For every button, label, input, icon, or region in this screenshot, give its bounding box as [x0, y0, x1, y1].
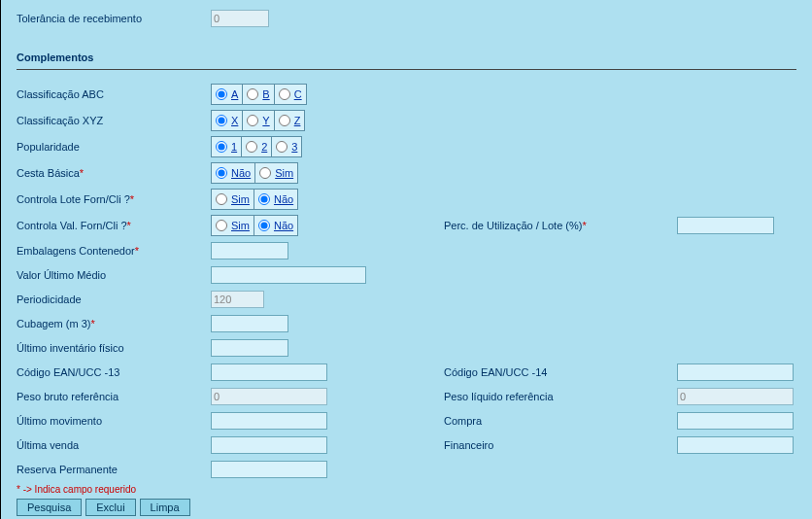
popularidade-label: Popularidade	[17, 141, 211, 153]
classif-abc-opt-a-label[interactable]: A	[231, 88, 238, 100]
peso-bruto-input[interactable]	[211, 388, 327, 405]
financeiro-input[interactable]	[677, 436, 794, 454]
perc-utilizacao-input[interactable]	[677, 217, 774, 234]
controla-val-group[interactable]: Sim Não	[211, 215, 298, 236]
controla-val-opt-nao-label[interactable]: Não	[274, 220, 293, 231]
classif-xyz-group[interactable]: X Y Z	[211, 110, 305, 131]
valor-ultimo-input[interactable]	[211, 266, 366, 284]
controla-lote-opt-nao[interactable]	[258, 193, 270, 205]
cesta-basica-label: Cesta Básica	[17, 167, 80, 179]
controla-lote-label: Controla Lote Forn/Cli ?	[17, 193, 130, 205]
required-marker: *	[80, 167, 84, 179]
classif-abc-opt-a[interactable]	[216, 88, 227, 100]
classif-xyz-opt-x[interactable]	[216, 115, 227, 126]
classif-abc-opt-b[interactable]	[247, 88, 258, 100]
ultima-venda-label: Última venda	[17, 439, 211, 451]
cesta-basica-opt-sim[interactable]	[259, 167, 271, 179]
classif-xyz-opt-y-label[interactable]: Y	[262, 115, 269, 126]
perc-utilizacao-label: Perc. de Utilização / Lote (%)	[444, 220, 582, 231]
ean13-label: Código EAN/UCC -13	[17, 366, 211, 378]
embalagens-label: Embalagens Contenedor	[17, 245, 135, 257]
divider	[17, 69, 796, 70]
required-marker: *	[130, 193, 134, 205]
exclui-button[interactable]: Exclui	[85, 499, 135, 516]
peso-liquido-input[interactable]	[677, 388, 794, 405]
required-note: * -> Indica campo requerido	[17, 484, 796, 495]
reserva-label: Reserva Permanente	[17, 464, 211, 475]
valor-ultimo-label: Valor Último Médio	[17, 269, 211, 281]
popularidade-opt-1[interactable]	[216, 141, 227, 153]
controla-lote-group[interactable]: Sim Não	[211, 189, 298, 210]
reserva-input[interactable]	[211, 461, 327, 478]
required-marker: *	[90, 318, 94, 329]
popularidade-opt-1-label[interactable]: 1	[231, 141, 237, 153]
classif-xyz-opt-z[interactable]	[279, 115, 290, 126]
popularidade-opt-3-label[interactable]: 3	[291, 141, 297, 153]
tolerancia-input[interactable]	[211, 10, 269, 27]
ultimo-inv-label: Último inventário físico	[17, 342, 211, 354]
ultima-venda-input[interactable]	[211, 436, 327, 454]
classif-abc-opt-c-label[interactable]: C	[294, 88, 302, 100]
compra-input[interactable]	[677, 412, 794, 430]
controla-val-opt-sim-label[interactable]: Sim	[231, 220, 250, 231]
controla-lote-opt-sim[interactable]	[216, 193, 227, 205]
classif-abc-opt-c[interactable]	[279, 88, 290, 100]
cubagem-label: Cubagem (m 3)	[17, 318, 90, 329]
ean14-label: Código EAN/UCC -14	[444, 366, 677, 378]
classif-abc-group[interactable]: A B C	[211, 84, 307, 105]
classif-xyz-opt-z-label[interactable]: Z	[294, 115, 301, 126]
controla-val-opt-sim[interactable]	[216, 220, 227, 231]
financeiro-label: Financeiro	[444, 439, 677, 451]
cesta-basica-opt-nao-label[interactable]: Não	[231, 167, 251, 179]
cubagem-input[interactable]	[211, 315, 288, 332]
peso-liquido-label: Peso líquido referência	[444, 391, 677, 402]
popularidade-opt-2-label[interactable]: 2	[261, 141, 267, 153]
controla-lote-opt-nao-label[interactable]: Não	[274, 193, 293, 205]
ean13-input[interactable]	[211, 363, 327, 381]
popularidade-opt-3[interactable]	[276, 141, 288, 153]
classif-abc-opt-b-label[interactable]: B	[262, 88, 269, 100]
required-marker: *	[582, 220, 586, 231]
required-marker: *	[127, 220, 131, 231]
classif-xyz-opt-y[interactable]	[247, 115, 258, 126]
periodicidade-input[interactable]	[211, 291, 264, 308]
section-complementos: Complementos	[17, 52, 796, 63]
controla-lote-opt-sim-label[interactable]: Sim	[231, 193, 250, 205]
cesta-basica-opt-nao[interactable]	[216, 167, 227, 179]
ean14-input[interactable]	[677, 363, 794, 381]
peso-bruto-label: Peso bruto referência	[17, 391, 211, 402]
controla-val-opt-nao[interactable]	[258, 220, 270, 231]
required-marker: *	[135, 245, 139, 257]
popularidade-group[interactable]: 1 2 3	[211, 136, 302, 157]
cesta-basica-group[interactable]: Não Sim	[211, 162, 298, 184]
popularidade-opt-2[interactable]	[246, 141, 257, 153]
compra-label: Compra	[444, 415, 677, 427]
classif-xyz-opt-x-label[interactable]: X	[231, 115, 238, 126]
controla-val-label: Controla Val. Forn/Cli ?	[17, 220, 127, 231]
ultimo-inv-input[interactable]	[211, 339, 288, 357]
ultimo-mov-label: Último movimento	[17, 415, 211, 427]
tolerancia-label: Tolerância de recebimento	[17, 13, 211, 24]
limpa-button[interactable]: Limpa	[140, 499, 190, 516]
ultimo-mov-input[interactable]	[211, 412, 327, 430]
pesquisa-button[interactable]: Pesquisa	[17, 499, 82, 516]
classif-xyz-label: Classificação XYZ	[17, 115, 211, 126]
cesta-basica-opt-sim-label[interactable]: Sim	[275, 167, 293, 179]
classif-abc-label: Classificação ABC	[17, 88, 211, 100]
periodicidade-label: Periodicidade	[17, 294, 211, 305]
embalagens-input[interactable]	[211, 242, 288, 260]
